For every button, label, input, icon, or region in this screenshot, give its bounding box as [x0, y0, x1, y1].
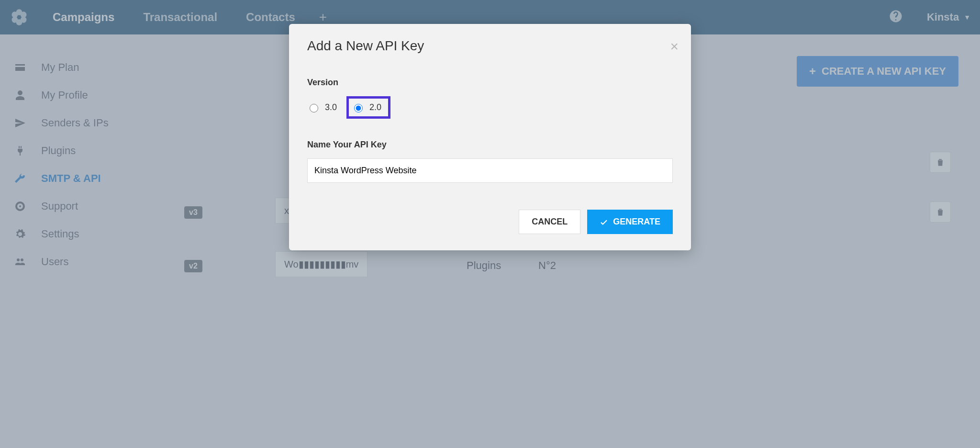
radio-label: 3.0 [325, 102, 337, 112]
modal-overlay[interactable]: × Add a New API Key Version 3.0 2.0 Name… [0, 0, 980, 448]
check-icon [600, 218, 608, 226]
radio-3[interactable] [310, 104, 318, 112]
generate-label: Generate [613, 217, 660, 227]
add-api-key-modal: × Add a New API Key Version 3.0 2.0 Name… [289, 24, 691, 250]
version-radios: 3.0 2.0 [307, 96, 673, 119]
close-icon: × [670, 38, 679, 54]
close-button[interactable]: × [670, 38, 679, 55]
radio-2[interactable] [354, 104, 363, 112]
name-label: Name Your API Key [307, 140, 673, 150]
version-option-3[interactable]: 3.0 [307, 102, 337, 112]
radio-label: 2.0 [369, 102, 381, 112]
version-label: Version [307, 78, 673, 88]
version-option-2[interactable]: 2.0 [346, 96, 390, 119]
generate-button[interactable]: Generate [587, 210, 673, 234]
modal-title: Add a New API Key [307, 38, 673, 54]
api-key-name-input[interactable] [307, 158, 673, 183]
cancel-button[interactable]: Cancel [519, 210, 580, 234]
